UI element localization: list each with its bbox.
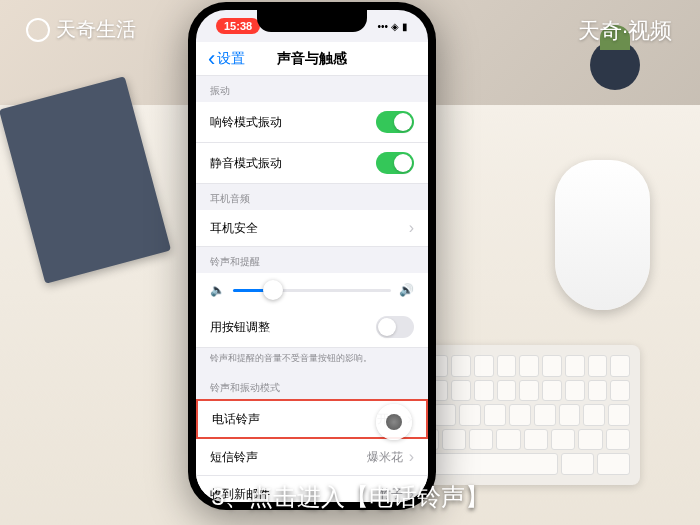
toggle-button-adjust[interactable] <box>376 316 414 338</box>
watermark-left: 天奇生活 <box>26 16 136 43</box>
volume-low-icon: 🔈 <box>210 283 225 297</box>
battery-icon: ▮ <box>402 21 408 32</box>
section-header-ringer: 铃声和提醒 <box>196 247 428 273</box>
row-label: 响铃模式振动 <box>210 114 282 131</box>
slider-thumb[interactable] <box>263 280 283 300</box>
signal-icon: ••• <box>377 21 388 32</box>
wifi-icon: ◈ <box>391 21 399 32</box>
row-button-adjust[interactable]: 用按钮调整 <box>196 307 428 348</box>
row-headphone-safety[interactable]: 耳机安全 <box>196 210 428 247</box>
plant-prop <box>590 40 640 90</box>
section-header-vibrate: 振动 <box>196 76 428 102</box>
volume-slider[interactable] <box>233 289 391 292</box>
row-label: 用按钮调整 <box>210 319 270 336</box>
row-ring-vibrate[interactable]: 响铃模式振动 <box>196 102 428 143</box>
nav-bar: 设置 声音与触感 <box>196 42 428 76</box>
toggle-silent-vibrate[interactable] <box>376 152 414 174</box>
row-label: 短信铃声 <box>210 449 258 466</box>
watermark-right: 天奇·视频 <box>578 16 672 46</box>
assistive-touch[interactable] <box>376 404 412 440</box>
row-label: 电话铃声 <box>212 411 260 428</box>
row-sound-1[interactable]: 短信铃声爆米花 <box>196 439 428 476</box>
notch <box>257 10 367 32</box>
row-value: 爆米花 <box>367 448 414 466</box>
page-title: 声音与触感 <box>196 50 428 68</box>
row-silent-vibrate[interactable]: 静音模式振动 <box>196 143 428 184</box>
section-header-sounds: 铃声和振动模式 <box>196 373 428 399</box>
toggle-ring-vibrate[interactable] <box>376 111 414 133</box>
tutorial-caption: 3、点击进入【电话铃声】 <box>0 481 700 513</box>
phone-screen: 15:38 ••• ◈ ▮ 设置 声音与触感 振动 响铃模式振动 静音模式振动 … <box>196 10 428 502</box>
row-label: 静音模式振动 <box>210 155 282 172</box>
chevron-icon <box>407 219 414 237</box>
row-label: 耳机安全 <box>210 220 258 237</box>
section-header-headphone: 耳机音频 <box>196 184 428 210</box>
status-time: 15:38 <box>216 18 260 34</box>
mouse-prop <box>555 160 650 310</box>
status-icons: ••• ◈ ▮ <box>377 21 408 32</box>
hint-text: 铃声和提醒的音量不受音量按钮的影响。 <box>196 348 428 373</box>
phone-frame: 15:38 ••• ◈ ▮ 设置 声音与触感 振动 响铃模式振动 静音模式振动 … <box>188 2 436 510</box>
volume-high-icon: 🔊 <box>399 283 414 297</box>
row-volume-slider: 🔈 🔊 <box>196 273 428 307</box>
